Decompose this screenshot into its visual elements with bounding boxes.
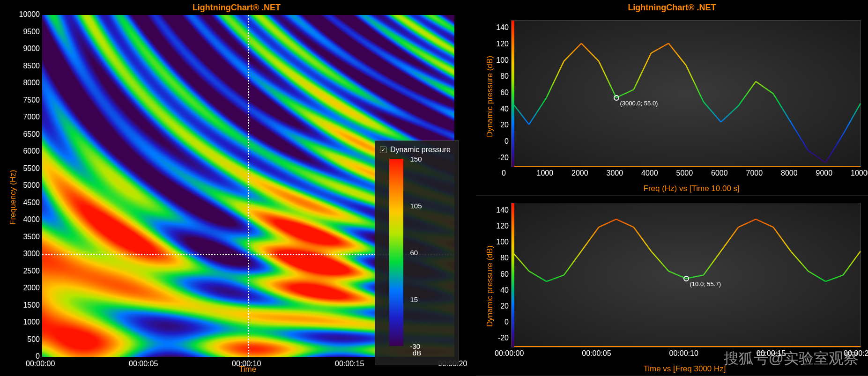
time-slice-xtick: 00:00:05 xyxy=(582,349,611,358)
freq-slice-ytick: 100 xyxy=(490,56,509,65)
heatmap-xlabel: Time xyxy=(239,365,256,374)
watermark-text: 搜狐号@实验室观察 xyxy=(724,348,859,369)
heatmap-ytick: 6000 xyxy=(14,147,40,155)
time-slice-ytick: 60 xyxy=(490,270,509,279)
time-slice-ytick: 140 xyxy=(490,206,509,214)
time-slice-ytick: 0 xyxy=(490,318,509,326)
heatmap-panel[interactable]: LightningChart® .NET Frequency (Hz) 0500… xyxy=(0,0,473,376)
heatmap-ytick: 9500 xyxy=(14,28,40,36)
right-panel: LightningChart® .NET (3000.0; 55.0) Dyna… xyxy=(476,0,868,376)
freq-slice-ytick: 20 xyxy=(490,121,509,129)
heatmap-ytick: 3000 xyxy=(14,250,40,258)
heatmap-ytick: 4000 xyxy=(14,215,40,224)
legend-tick: 15 xyxy=(410,295,418,303)
time-slice-plot-area[interactable]: (10.0; 55.7) xyxy=(511,203,861,347)
heatmap-ytick: 6500 xyxy=(14,130,40,139)
freq-slice-ytick: -20 xyxy=(490,154,509,162)
legend-unit: dB xyxy=(380,349,454,357)
time-slice-marker-label: (10.0; 55.7) xyxy=(690,280,721,288)
legend-tick: 150 xyxy=(410,155,422,163)
time-slice-xtick: 00:00:00 xyxy=(495,349,524,358)
time-slice-canvas[interactable] xyxy=(512,203,861,347)
legend-checkbox-icon[interactable]: ✓ xyxy=(380,147,386,153)
legend-gradient xyxy=(389,159,403,346)
time-slice-color-strip xyxy=(512,203,514,347)
legend-tick: -30 xyxy=(410,342,420,350)
heatmap-title: LightningChart® .NET xyxy=(0,0,473,15)
time-slice-ytick: 20 xyxy=(490,302,509,310)
freq-slice-ytick: 0 xyxy=(490,137,509,146)
freq-slice-marker-icon[interactable] xyxy=(614,95,619,101)
heatmap-ytick: 500 xyxy=(14,335,40,344)
heatmap-ytick: 1000 xyxy=(14,318,40,326)
freq-slice-xtick: 1000 xyxy=(537,169,554,177)
legend-tick: 60 xyxy=(410,249,418,257)
heatmap-ytick: 7000 xyxy=(14,113,40,121)
heatmap-ytick: 10000 xyxy=(14,10,40,19)
freq-slice-ytick: 60 xyxy=(490,88,509,97)
freq-slice-xtick: 8000 xyxy=(781,169,798,177)
freq-slice-xtick: 10000 xyxy=(851,169,868,177)
heatmap-ytick: 8000 xyxy=(14,79,40,87)
freq-slice-color-strip xyxy=(512,21,514,167)
freq-slice-xtick: 2000 xyxy=(571,169,588,177)
heatmap-ytick: 7500 xyxy=(14,96,40,104)
freq-slice-xtick: 6000 xyxy=(711,169,728,177)
freq-slice-xtick: 0 xyxy=(502,169,506,177)
heatmap-xtick: 00:00:15 xyxy=(335,360,364,368)
legend-title: Dynamic pressure xyxy=(390,146,451,154)
time-slice-ytick: 40 xyxy=(490,286,509,295)
freq-slice-chart[interactable]: (3000.0; 55.0) Dynamic pressure (dB) -20… xyxy=(476,15,868,196)
time-slice-ytick: 80 xyxy=(490,254,509,262)
freq-slice-xtick: 9000 xyxy=(816,169,833,177)
legend-title-row: ✓ Dynamic pressure xyxy=(380,146,454,154)
freq-slice-ytick: 120 xyxy=(490,40,509,48)
heatmap-xtick: 00:00:00 xyxy=(26,360,55,368)
heatmap-ytick: 4500 xyxy=(14,199,40,207)
freq-slice-ytick: 40 xyxy=(490,105,509,113)
legend-tick: 105 xyxy=(410,202,422,210)
freq-slice-xtick: 7000 xyxy=(746,169,763,177)
freq-slice-marker-label: (3000.0; 55.0) xyxy=(620,100,658,107)
dashboard-layout: LightningChart® .NET Frequency (Hz) 0500… xyxy=(0,0,868,376)
time-slice-ytick: 120 xyxy=(490,222,509,230)
time-slice-xlabel: Time vs [Freq 3000 Hz] xyxy=(644,364,726,374)
heatmap-ytick: 2000 xyxy=(14,284,40,292)
freq-slice-xtick: 5000 xyxy=(676,169,693,177)
time-slice-xtick: 00:00:10 xyxy=(669,349,698,358)
time-slice-ytick: -20 xyxy=(490,334,509,342)
freq-slice-ytick: 140 xyxy=(490,23,509,32)
heatmap-ytick: 3500 xyxy=(14,233,40,241)
freq-slice-plot-area[interactable]: (3000.0; 55.0) xyxy=(511,20,861,167)
heatmap-xtick: 00:00:05 xyxy=(129,360,158,368)
freq-slice-xlabel: Freq (Hz) vs [Time 10.00 s] xyxy=(644,184,740,193)
freq-slice-xtick: 4000 xyxy=(641,169,658,177)
freq-slice-ytick: 80 xyxy=(490,72,509,81)
legend-panel[interactable]: ✓ Dynamic pressure 1501056015-30 dB xyxy=(375,140,459,365)
freq-slice-canvas[interactable] xyxy=(512,21,861,167)
right-title: LightningChart® .NET xyxy=(476,0,868,15)
heatmap-ytick: 2500 xyxy=(14,267,40,275)
heatmap-ytick: 1500 xyxy=(14,301,40,310)
time-slice-ytick: 100 xyxy=(490,238,509,246)
freq-slice-xtick: 3000 xyxy=(607,169,623,177)
time-slice-marker-icon[interactable] xyxy=(683,276,689,281)
heatmap-ytick: 9000 xyxy=(14,44,40,53)
heatmap-ytick: 8500 xyxy=(14,62,40,70)
heatmap-ytick: 5500 xyxy=(14,164,40,173)
heatmap-ytick: 5000 xyxy=(14,181,40,190)
